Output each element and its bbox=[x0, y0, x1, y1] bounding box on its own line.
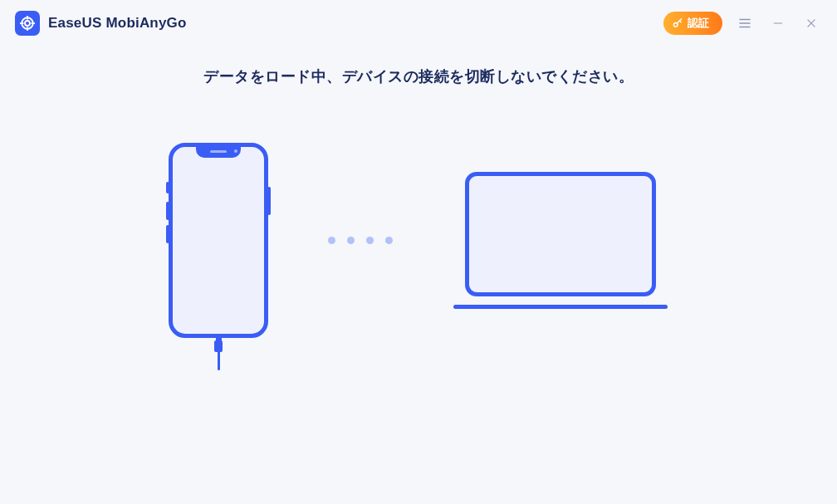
titlebar-actions: 認証 bbox=[663, 12, 822, 35]
app-title: EaseUS MobiAnyGo bbox=[48, 15, 187, 32]
main-content: データをロード中、デバイスの接続を切断しないでください。 bbox=[0, 46, 837, 338]
hamburger-icon bbox=[737, 16, 752, 31]
verify-button-label: 認証 bbox=[688, 16, 709, 31]
loading-dots bbox=[328, 237, 393, 244]
verify-button[interactable]: 認証 bbox=[663, 12, 722, 35]
minimize-icon bbox=[772, 17, 784, 29]
loading-dot bbox=[385, 237, 393, 244]
close-icon bbox=[805, 17, 817, 29]
menu-button[interactable] bbox=[734, 12, 756, 34]
key-icon bbox=[672, 17, 683, 29]
svg-point-1 bbox=[25, 21, 30, 26]
minimize-button[interactable] bbox=[767, 12, 789, 34]
close-button[interactable] bbox=[800, 12, 822, 34]
status-message: データをロード中、デバイスの接続を切断しないでください。 bbox=[20, 66, 817, 86]
laptop-illustration bbox=[453, 172, 668, 309]
titlebar: EaseUS MobiAnyGo 認証 bbox=[0, 0, 837, 46]
app-logo-icon bbox=[15, 11, 40, 36]
loading-dot bbox=[366, 237, 374, 244]
loading-illustration bbox=[20, 143, 817, 338]
loading-dot bbox=[328, 237, 335, 244]
brand: EaseUS MobiAnyGo bbox=[15, 11, 187, 36]
loading-dot bbox=[347, 237, 355, 244]
cable-icon bbox=[214, 334, 223, 370]
phone-illustration bbox=[169, 143, 268, 338]
